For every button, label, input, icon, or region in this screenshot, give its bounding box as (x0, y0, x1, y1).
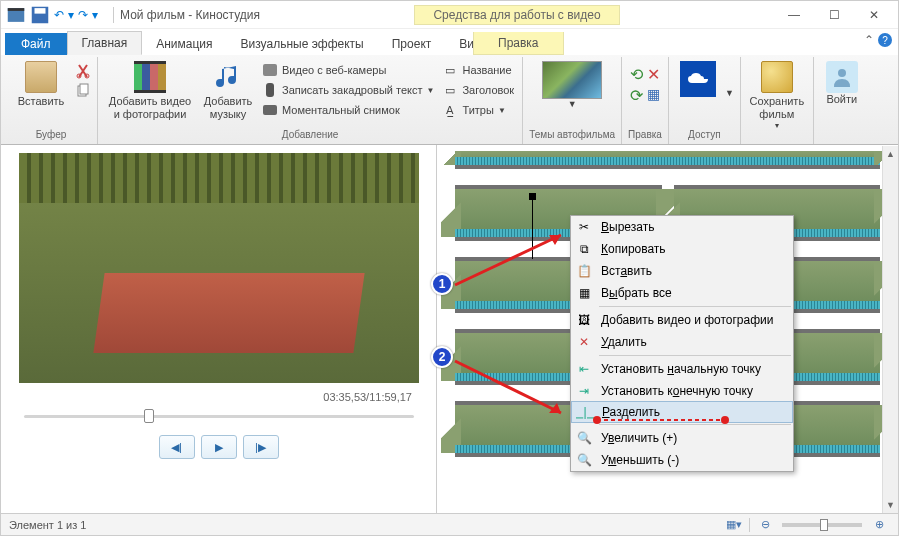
tab-file[interactable]: Файл (5, 33, 67, 55)
ctx-set-end[interactable]: ⇥Установить конечную точку (571, 380, 793, 402)
ctx-add-media[interactable]: 🖼Добавить видео и фотографии (571, 309, 793, 331)
svg-rect-3 (35, 8, 46, 14)
webcam-button[interactable]: Видео с веб-камеры (260, 61, 436, 79)
split-icon: ⎯|⎯ (576, 404, 594, 420)
signin-button[interactable]: Войти (820, 59, 864, 108)
zoom-slider[interactable] (782, 523, 862, 527)
onedrive-icon (680, 61, 716, 97)
context-menu: ✂Вырезать ⧉Копировать 📋Вставить ▦Выбрать… (570, 215, 794, 472)
tab-visual-effects[interactable]: Визуальные эффекты (227, 33, 378, 55)
maximize-button[interactable]: ☐ (814, 5, 854, 25)
status-text: Элемент 1 из 1 (9, 519, 86, 531)
narration-button[interactable]: Записать закадровый текст ▼ (260, 81, 436, 99)
help-icon[interactable]: ? (878, 33, 892, 47)
prev-frame-button[interactable]: ◀| (159, 435, 195, 459)
group-buffer-label: Буфер (36, 127, 67, 142)
zoom-in-button[interactable]: ⊕ (870, 517, 888, 533)
undo-icon[interactable]: ↶ ▾ (53, 4, 75, 26)
zoom-in-icon: 🔍 (575, 430, 593, 446)
ctx-cut[interactable]: ✂Вырезать (571, 216, 793, 238)
title-icon: ▭ (442, 62, 458, 78)
paste-label: Вставить (18, 95, 65, 108)
ctx-delete[interactable]: ✕Удалить (571, 331, 793, 353)
title-button[interactable]: ▭Название (440, 61, 516, 79)
thumbnails-view-icon[interactable]: ▦▾ (725, 517, 743, 533)
tab-animation[interactable]: Анимация (142, 33, 226, 55)
camera-icon (263, 105, 277, 115)
collapse-ribbon-icon[interactable]: ⌃ (864, 33, 874, 47)
zoom-out-button[interactable]: ⊖ (756, 517, 774, 533)
tab-home[interactable]: Главная (67, 31, 143, 55)
close-button[interactable]: ✕ (854, 5, 894, 25)
caption-button[interactable]: ▭Заголовок (440, 81, 516, 99)
contextual-tab-header: Средства для работы с видео (414, 5, 619, 25)
media-icon: 🖼 (575, 312, 593, 328)
paste-icon: 📋 (575, 263, 593, 279)
start-point-icon: ⇤ (575, 361, 593, 377)
ctx-select-all[interactable]: ▦Выбрать все (571, 282, 793, 304)
ctx-set-start[interactable]: ⇤Установить начальную точку (571, 358, 793, 380)
play-button[interactable]: ▶ (201, 435, 237, 459)
vertical-scrollbar[interactable]: ▲ ▼ (882, 146, 898, 513)
scroll-down-icon[interactable]: ▼ (883, 497, 898, 513)
automovie-theme-button[interactable]: ▼ (533, 59, 611, 112)
cut-icon[interactable] (75, 63, 91, 79)
snapshot-button[interactable]: Моментальный снимок (260, 101, 436, 119)
group-edit-label: Правка (628, 127, 662, 142)
annotation-dot (721, 416, 729, 424)
film-reel-icon (761, 61, 793, 93)
rotate-right-icon[interactable]: ⟳ (630, 86, 643, 105)
copy-icon[interactable] (75, 83, 91, 99)
annotation-marker-2: 2 (431, 346, 453, 368)
playhead-marker[interactable] (532, 199, 533, 259)
svg-rect-7 (80, 84, 88, 94)
zoom-out-icon: 🔍 (575, 452, 593, 468)
zoom-handle[interactable] (820, 519, 828, 531)
caption-icon: ▭ (442, 82, 458, 98)
paste-button[interactable]: Вставить (11, 59, 71, 110)
preview-monitor (19, 153, 419, 383)
group-access-label: Доступ (688, 127, 721, 142)
ctx-zoom-in[interactable]: 🔍Увеличить (+) (571, 427, 793, 449)
save-icon[interactable] (29, 4, 51, 26)
ctx-copy[interactable]: ⧉Копировать (571, 238, 793, 260)
select-all-icon[interactable]: ▦ (647, 86, 660, 102)
music-note-icon (212, 61, 244, 93)
add-music-label: Добавить музыку (202, 95, 254, 121)
remove-icon[interactable]: ✕ (647, 65, 660, 84)
scissors-icon: ✂ (575, 219, 593, 235)
delete-icon: ✕ (575, 334, 593, 350)
credits-button[interactable]: A̲Титры ▼ (440, 101, 516, 119)
select-all-icon: ▦ (575, 285, 593, 301)
minimize-button[interactable]: — (774, 5, 814, 25)
ctx-split[interactable]: ⎯|⎯Разделить (571, 401, 793, 423)
tab-project[interactable]: Проект (378, 33, 446, 55)
ctx-zoom-out[interactable]: 🔍Уменьшить (-) (571, 449, 793, 471)
redo-icon[interactable]: ↷ ▾ (77, 4, 99, 26)
group-add-label: Добавление (282, 127, 339, 142)
window-title: Мой фильм - Киностудия (120, 8, 260, 22)
next-frame-button[interactable]: |▶ (243, 435, 279, 459)
app-icon (5, 4, 27, 26)
mic-icon (266, 83, 274, 97)
add-music-button[interactable]: Добавить музыку (200, 59, 256, 123)
copy-icon: ⧉ (575, 241, 593, 257)
annotation-dot (593, 416, 601, 424)
onedrive-button[interactable] (675, 59, 721, 99)
ctx-paste[interactable]: 📋Вставить (571, 260, 793, 282)
seek-slider[interactable] (24, 407, 414, 425)
filmstrip-icon (134, 61, 166, 93)
add-video-photo-button[interactable]: Добавить видео и фотографии (104, 59, 196, 123)
slider-handle[interactable] (144, 409, 154, 423)
clip-thumbnail[interactable] (455, 151, 880, 169)
svg-rect-1 (8, 8, 25, 11)
scroll-up-icon[interactable]: ▲ (883, 146, 898, 162)
rotate-left-icon[interactable]: ⟲ (630, 65, 643, 84)
webcam-icon (263, 64, 277, 76)
annotation-marker-1: 1 (431, 273, 453, 295)
credits-icon: A̲ (442, 102, 458, 118)
clipboard-icon (25, 61, 57, 93)
tab-edit[interactable]: Правка (473, 32, 564, 55)
save-movie-button[interactable]: Сохранить фильм▾ (747, 59, 807, 133)
avatar-icon (826, 61, 858, 93)
